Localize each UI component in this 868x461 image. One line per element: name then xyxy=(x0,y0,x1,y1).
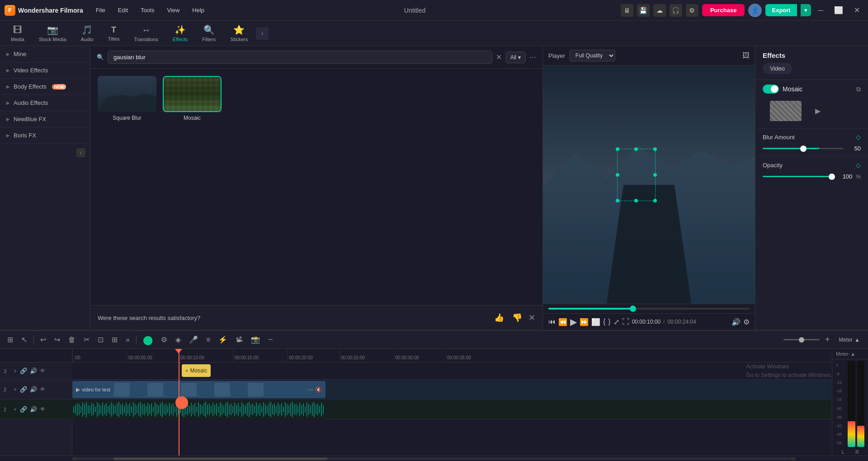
track-1-link-button[interactable]: 🔗 xyxy=(20,406,27,413)
effect-card-square-blur[interactable]: Square Blur xyxy=(98,76,156,121)
toolbar-transitions[interactable]: ↔ Transitions xyxy=(128,23,165,44)
handle-top-left[interactable] xyxy=(616,147,619,151)
toolbar-stock-media[interactable]: 📷 Stock Media xyxy=(33,23,73,44)
sidebar-item-video-effects[interactable]: ▶ Video Effects xyxy=(0,62,90,79)
tl-voice-button[interactable]: 🎤 xyxy=(186,334,201,346)
menu-view[interactable]: View xyxy=(162,5,184,15)
toolbar-titles[interactable]: T Titles xyxy=(102,24,126,43)
toolbar-stickers[interactable]: ⭐ Stickers xyxy=(224,23,254,44)
close-button[interactable]: ✕ xyxy=(850,4,863,16)
track-3-visibility-button[interactable]: 👁 xyxy=(40,367,46,374)
tl-grid-button[interactable]: ⊞ xyxy=(5,334,16,346)
save-icon[interactable]: 💾 xyxy=(637,4,650,17)
track-2-link-button[interactable]: 🔗 xyxy=(20,386,27,393)
headset-icon[interactable]: 🎧 xyxy=(670,4,682,17)
sidebar-item-newblue-fx[interactable]: ▶ NewBlue FX xyxy=(0,111,90,127)
copy-effect-icon[interactable]: ⧉ xyxy=(856,85,861,93)
mosaic-toggle[interactable] xyxy=(763,85,779,94)
go-start-button[interactable]: ⏮ xyxy=(548,318,556,326)
track-2-volume-button[interactable]: 🔊 xyxy=(30,386,37,393)
handle-left-mid[interactable] xyxy=(616,173,619,177)
mosaic-overlay[interactable] xyxy=(617,149,655,201)
toolbar-audio[interactable]: 🎵 Audio xyxy=(75,23,100,44)
fullscreen-button[interactable]: ⛶ xyxy=(622,318,629,326)
progress-bar[interactable] xyxy=(548,308,750,310)
loop-button[interactable]: ⬜ xyxy=(591,318,600,326)
track-3-link-button[interactable]: 🔗 xyxy=(20,367,27,374)
track-2-add-button[interactable]: + xyxy=(14,386,17,393)
video-tab[interactable]: Video xyxy=(763,63,792,74)
tl-record-button[interactable]: ⬤ xyxy=(140,333,156,347)
tl-effect-track-button[interactable]: 📽 xyxy=(233,334,245,346)
toolbar-effects[interactable]: ✨ Effects xyxy=(166,23,194,44)
blur-amount-slider[interactable] xyxy=(763,148,844,149)
menu-edit[interactable]: Edit xyxy=(113,5,132,15)
zoom-slider[interactable] xyxy=(783,339,820,340)
tl-subtitle-button[interactable]: ≡ xyxy=(203,334,213,346)
settings-icon[interactable]: ⚙ xyxy=(686,4,698,17)
tl-delete-button[interactable]: 🗑 xyxy=(66,334,78,346)
effects-more-button[interactable]: ··· xyxy=(529,52,536,62)
tl-transform-button[interactable]: ⊞ xyxy=(109,334,120,346)
opacity-keyframe-icon[interactable]: ◇ xyxy=(856,161,861,169)
mosaic-preview-expand[interactable]: ▶ xyxy=(812,106,823,116)
tl-settings-button[interactable]: ⚙ xyxy=(158,334,170,346)
track-3-add-button[interactable]: + xyxy=(14,367,17,374)
filter-button[interactable]: All ▾ xyxy=(505,52,526,63)
track-2-visibility-button[interactable]: 👁 xyxy=(40,386,46,393)
next-frame-button[interactable]: ⏩ xyxy=(580,318,589,326)
tl-cut-button[interactable]: ✂ xyxy=(81,334,92,346)
tl-zoom-out-button[interactable]: − xyxy=(265,333,276,346)
track-3-volume-button[interactable]: 🔊 xyxy=(30,367,37,374)
export-button[interactable]: Export xyxy=(765,4,797,16)
scroll-thumb[interactable] xyxy=(113,457,327,460)
tl-marker-button[interactable]: ◈ xyxy=(173,334,184,346)
preview-image-icon[interactable]: 🖼 xyxy=(742,52,750,60)
tl-zoom-in-button[interactable]: + xyxy=(822,333,833,346)
track-1-add-button[interactable]: + xyxy=(14,406,17,413)
fit-to-screen-button[interactable]: ⤢ xyxy=(613,318,619,326)
quality-select[interactable]: Full Quality Half Quality xyxy=(570,50,615,61)
sidebar-item-mine[interactable]: ▶ Mine xyxy=(0,46,90,62)
export-dropdown-button[interactable]: ▾ xyxy=(801,4,811,16)
menu-file[interactable]: File xyxy=(91,5,110,15)
satisfaction-close-button[interactable]: ✕ xyxy=(528,313,535,323)
video-clip[interactable]: ▶ video for test — xyxy=(72,381,326,398)
thumbs-down-button[interactable]: 👎 xyxy=(510,311,524,325)
track-1-volume-button[interactable]: 🔊 xyxy=(30,406,37,413)
volume-button[interactable]: 🔊 xyxy=(731,318,741,326)
minimize-button[interactable]: ─ xyxy=(815,5,827,16)
tl-redo-button[interactable]: ↪ xyxy=(52,334,63,346)
handle-top-mid[interactable] xyxy=(634,147,638,151)
handle-bottom-mid[interactable] xyxy=(634,199,638,202)
tl-snapshot-button[interactable]: 📸 xyxy=(248,334,263,346)
toolbar-media[interactable]: 🎞 Media xyxy=(5,23,31,44)
toolbar-more-button[interactable]: › xyxy=(256,27,269,40)
avatar[interactable]: 👤 xyxy=(748,4,762,17)
maximize-button[interactable]: ⬜ xyxy=(830,4,847,16)
search-input[interactable] xyxy=(108,51,492,64)
sidebar-item-audio-effects[interactable]: ▶ Audio Effects xyxy=(0,95,90,111)
handle-top-right[interactable] xyxy=(653,147,657,151)
play-button[interactable]: ▶ xyxy=(570,316,577,327)
search-clear-button[interactable]: ✕ xyxy=(496,53,502,61)
cloud-icon[interactable]: ☁ xyxy=(653,4,666,17)
tl-select-button[interactable]: ↖ xyxy=(19,334,30,346)
purchase-button[interactable]: Purchase xyxy=(702,4,745,16)
mark-out-button[interactable]: } xyxy=(608,318,610,326)
mosaic-chip[interactable]: + Mosaic xyxy=(182,364,211,377)
tl-motion-button[interactable]: ⚡ xyxy=(216,334,230,346)
mark-in-button[interactable]: { xyxy=(603,318,605,326)
opacity-slider[interactable] xyxy=(763,176,835,177)
scroll-track[interactable] xyxy=(78,457,790,460)
handle-bottom-right[interactable] xyxy=(653,199,657,202)
handle-right-mid[interactable] xyxy=(653,173,657,177)
toolbar-filters[interactable]: 🔍 Filters xyxy=(196,23,222,44)
sidebar-item-boris-fx[interactable]: ▶ Boris FX xyxy=(0,127,90,144)
track-1-visibility-button[interactable]: 👁 xyxy=(40,406,46,413)
prev-frame-button[interactable]: ⏪ xyxy=(558,318,567,326)
tl-more-button[interactable]: » xyxy=(123,334,132,346)
progress-thumb[interactable] xyxy=(630,306,636,312)
tl-crop-button[interactable]: ⊡ xyxy=(95,334,106,346)
meter-button[interactable]: Meter ▲ xyxy=(835,335,863,345)
